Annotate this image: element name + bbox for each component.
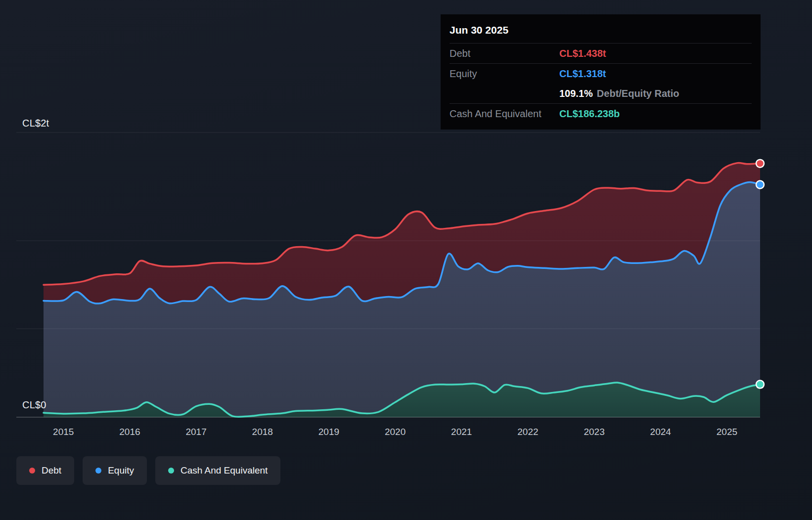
x-tick-2022: 2022 <box>517 427 538 437</box>
cash-dot-icon <box>168 468 174 474</box>
x-tick-2023: 2023 <box>584 427 604 437</box>
tooltip-equity-value: CL$1.318t <box>559 68 606 80</box>
chart-legend: Debt Equity Cash And Equivalent <box>16 456 280 485</box>
tooltip-cash-value: CL$186.238b <box>559 108 620 120</box>
y-axis-label-top: CL$2t <box>22 118 49 129</box>
legend-debt-label: Debt <box>42 465 61 476</box>
debt-endpoint-dot[interactable] <box>756 160 764 168</box>
legend-equity-label: Equity <box>108 465 134 476</box>
x-tick-2024: 2024 <box>650 427 672 437</box>
cash-and-equivalent-endpoint-dot[interactable] <box>756 381 764 389</box>
debt-equity-ratio-label: Debt/Equity Ratio <box>597 88 679 99</box>
equity-endpoint-dot[interactable] <box>756 180 764 188</box>
debt-dot-icon <box>29 468 35 474</box>
x-tick-2016: 2016 <box>119 427 140 437</box>
debt-equity-ratio-value: 109.1% <box>559 88 593 99</box>
legend-item-cash[interactable]: Cash And Equivalent <box>155 456 280 485</box>
chart-tooltip: Jun 30 2025 Debt CL$1.438t Equity CL$1.3… <box>441 14 761 130</box>
x-tick-2025: 2025 <box>717 427 737 437</box>
x-tick-2018: 2018 <box>252 427 273 437</box>
x-tick-2021: 2021 <box>451 427 472 437</box>
y-axis-label-bottom: CL$0 <box>22 399 46 411</box>
legend-item-debt[interactable]: Debt <box>16 456 74 485</box>
tooltip-date: Jun 30 2025 <box>450 18 752 43</box>
tooltip-row-cash: Cash And Equivalent CL$186.238b <box>450 103 752 124</box>
tooltip-row-debt: Debt CL$1.438t <box>450 43 752 63</box>
tooltip-row-equity: Equity CL$1.318t <box>450 63 752 84</box>
x-tick-2017: 2017 <box>185 427 206 437</box>
legend-cash-label: Cash And Equivalent <box>180 465 268 476</box>
equity-dot-icon <box>95 468 101 474</box>
legend-item-equity[interactable]: Equity <box>83 456 147 485</box>
tooltip-ratio: 109.1%Debt/Equity Ratio <box>559 88 679 99</box>
tooltip-cash-label: Cash And Equivalent <box>450 108 559 120</box>
tooltip-row-ratio: 109.1%Debt/Equity Ratio <box>450 84 752 103</box>
tooltip-debt-value: CL$1.438t <box>559 48 606 59</box>
tooltip-equity-label: Equity <box>450 68 559 80</box>
x-tick-2020: 2020 <box>385 427 406 437</box>
tooltip-debt-label: Debt <box>450 48 559 59</box>
debt-equity-history-page: 2015201620172018201920202021202220232024… <box>0 0 812 520</box>
x-tick-2015: 2015 <box>53 427 74 437</box>
x-tick-2019: 2019 <box>318 427 339 437</box>
